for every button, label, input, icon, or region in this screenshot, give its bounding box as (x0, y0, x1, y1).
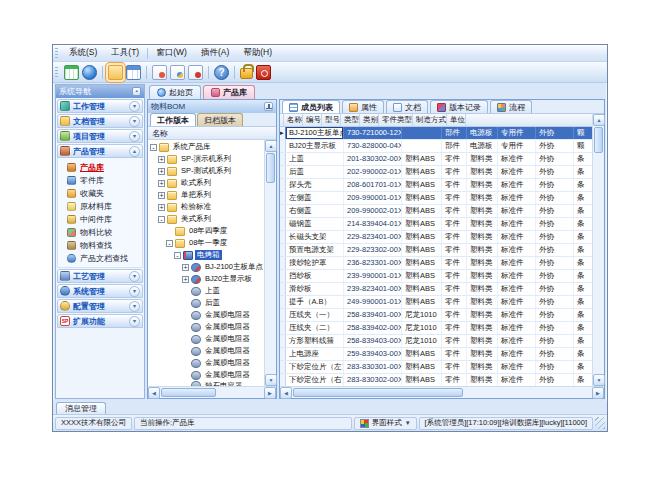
table-row[interactable]: 长磁头支架 229-823401-00X 塑料ABS 零件 塑料类 标准件 外协… (280, 231, 592, 244)
expand-toggle-icon[interactable] (158, 180, 165, 187)
tree-item[interactable]: 金属膜电阻器 (148, 345, 264, 357)
column-header[interactable]: 单位 (447, 114, 466, 126)
chevron-icon[interactable] (129, 286, 140, 297)
chevron-icon[interactable] (129, 146, 140, 157)
tree-item[interactable]: 单把系列 (148, 189, 264, 201)
panel-tab[interactable]: 属性 (342, 100, 384, 113)
tree-item[interactable]: 欧式系列 (148, 177, 264, 189)
tree-item[interactable]: BJ-2100主板单点 (148, 261, 264, 273)
tree-item[interactable]: BJ20主显示板 (148, 273, 264, 285)
toolbar-separator[interactable] (102, 66, 103, 79)
document-tab[interactable]: 起始页 (149, 85, 201, 99)
sidebar-section-header[interactable]: 工作管理 (57, 99, 143, 113)
scroll-left-icon[interactable]: ◀ (280, 387, 292, 399)
scroll-down-icon[interactable]: ▼ (265, 374, 277, 386)
scroll-right-icon[interactable]: ▶ (264, 387, 276, 399)
panel-tab[interactable]: 成员列表 (282, 100, 340, 113)
column-header[interactable]: 零件类型 (379, 114, 413, 126)
expand-toggle-icon[interactable] (158, 204, 165, 211)
menu-item[interactable] (147, 48, 148, 59)
table-row[interactable]: 提手（A.B） 249-990001-01X 塑料ABS 零件 塑料类 标准件 … (280, 296, 592, 309)
delete-document-icon[interactable] (188, 65, 203, 80)
expand-toggle-icon[interactable] (182, 348, 189, 355)
expand-toggle-icon[interactable] (182, 360, 189, 367)
scroll-up-icon[interactable]: ▲ (593, 114, 605, 126)
menubar-grip[interactable] (55, 48, 58, 59)
expand-toggle-icon[interactable] (166, 240, 173, 247)
sidebar-section-header[interactable]: 系统管理 (57, 284, 143, 298)
table-row[interactable]: 上电源座 259-839403-00X 塑料ABS 零件 塑料类 标准件 外协 … (280, 348, 592, 361)
expand-toggle-icon[interactable] (158, 168, 165, 175)
table-row[interactable]: 探头壳 208-601701-01X 塑料ABS 零件 塑料类 标准件 外协 条 (280, 179, 592, 192)
table-row[interactable]: 挡纱板 239-990001-01X 塑料ABS 零件 塑料类 标准件 外协 条 (280, 270, 592, 283)
expand-toggle-icon[interactable] (182, 288, 189, 295)
tree-column-header[interactable]: 名称 (148, 127, 276, 140)
table-row[interactable]: 压线夹（二） 258-839402-00X 尼龙1010 零件 塑料类 标准件 … (280, 322, 592, 335)
chevron-icon[interactable] (129, 301, 140, 312)
sidebar-item[interactable]: 收藏夹 (58, 187, 142, 200)
expand-toggle-icon[interactable] (182, 372, 189, 379)
panel-tab[interactable]: 流程 (490, 100, 532, 113)
menu-item[interactable]: 窗口(W) (150, 46, 193, 60)
sidebar-section-header[interactable]: 文档管理 (57, 114, 143, 128)
table-row[interactable]: 上盖 201-830302-00X 塑料ABS 零件 塑料类 标准件 外协 条 (280, 153, 592, 166)
column-header[interactable]: 型号 (322, 114, 341, 126)
table-row[interactable]: 左侧盖 209-990001-01X 塑料ABS 零件 塑料类 标准件 外协 条 (280, 192, 592, 205)
sidebar-section-header[interactable]: 项目管理 (57, 129, 143, 143)
tree-item[interactable]: 后盖 (148, 297, 264, 309)
expand-toggle-icon[interactable] (182, 300, 189, 307)
expand-toggle-icon[interactable] (182, 276, 189, 283)
tree-item[interactable]: SP-演示机系列 (148, 153, 264, 165)
expand-toggle-icon[interactable] (182, 264, 189, 271)
expand-toggle-icon[interactable] (150, 144, 157, 151)
table-row[interactable]: 预置电源支架 229-823302-00X 塑料ABS 零件 塑料类 标准件 外… (280, 244, 592, 257)
expand-toggle-icon[interactable] (166, 228, 173, 235)
column-header[interactable]: 类别 (360, 114, 379, 126)
tree-item[interactable]: 美式系列 (148, 213, 264, 225)
table-vertical-scrollbar[interactable]: ▲ ▼ (592, 114, 604, 386)
pin-icon[interactable] (264, 102, 273, 111)
sidebar-item[interactable]: 原材料库 (58, 200, 142, 213)
tree-item[interactable]: 08年一季度 (148, 237, 264, 249)
tab-message-manager[interactable]: 消息管理 (56, 402, 106, 414)
toolbar-grip[interactable] (55, 67, 58, 78)
column-header[interactable]: 名称 (284, 114, 303, 126)
help-icon[interactable] (214, 65, 229, 80)
tree-horizontal-scrollbar[interactable]: ◀ ▶ (148, 386, 276, 398)
scroll-thumb[interactable] (266, 153, 275, 183)
table-row[interactable]: 后盖 202-990002-01X 塑料ABS 零件 塑料类 标准件 外协 条 (280, 166, 592, 179)
tree-item[interactable]: 金属膜电阻器 (148, 357, 264, 369)
panel-tab[interactable]: 版本记录 (430, 100, 488, 113)
table-row[interactable]: 磁钢盖 214-839404-01X 塑料ABS 零件 塑料类 标准件 外协 条 (280, 218, 592, 231)
table-row[interactable]: 下纱定位片（右） 283-830302-00X 塑料ABS 零件 塑料类 标准件… (280, 374, 592, 386)
expand-toggle-icon[interactable] (174, 252, 181, 259)
document-tab[interactable]: 产品库 (203, 85, 255, 99)
column-header[interactable]: 类型 (341, 114, 360, 126)
lock-icon[interactable] (240, 68, 253, 79)
scroll-thumb[interactable] (594, 127, 603, 153)
table-row[interactable]: BJ-2100主板单点 730-721000-12X 部件 电源板 专用件 外协… (280, 127, 592, 140)
tree-item[interactable]: 系统产品库 (148, 141, 264, 153)
sidebar-section-header[interactable]: 配置管理 (57, 299, 143, 313)
sidebar-section-header[interactable]: 扩展功能 (57, 314, 143, 328)
toolbar-separator[interactable] (208, 66, 209, 79)
table-row[interactable]: 右侧盖 209-990002-01X 塑料ABS 零件 塑料类 标准件 外协 条 (280, 205, 592, 218)
menu-item[interactable]: 工具(T) (105, 46, 145, 60)
scroll-down-icon[interactable]: ▼ (593, 374, 605, 386)
scroll-right-icon[interactable]: ▶ (592, 387, 604, 399)
expand-toggle-icon[interactable] (182, 336, 189, 343)
menu-item[interactable]: 帮助(H) (237, 46, 278, 60)
panel-tab[interactable]: 文档 (386, 100, 428, 113)
expand-toggle-icon[interactable] (182, 324, 189, 331)
column-header[interactable]: 编号 (303, 114, 322, 126)
expand-toggle-icon[interactable] (158, 192, 165, 199)
chevron-icon[interactable] (129, 316, 140, 327)
sidebar-item[interactable]: 产品库 (58, 161, 142, 174)
sidebar-item[interactable]: 物料查找 (58, 239, 142, 252)
chevron-icon[interactable] (129, 116, 140, 127)
sidebar-item[interactable]: 中间件库 (58, 213, 142, 226)
table-row[interactable]: 压线夹（一） 258-839401-00X 尼龙1010 零件 塑料类 标准件 … (280, 309, 592, 322)
table-row[interactable]: 下纱定位片（左） 283-830301-00X 塑料ABS 零件 塑料类 标准件… (280, 361, 592, 374)
report-view-icon[interactable] (126, 65, 141, 80)
tree-vertical-scrollbar[interactable]: ▲ ▼ (264, 140, 276, 386)
